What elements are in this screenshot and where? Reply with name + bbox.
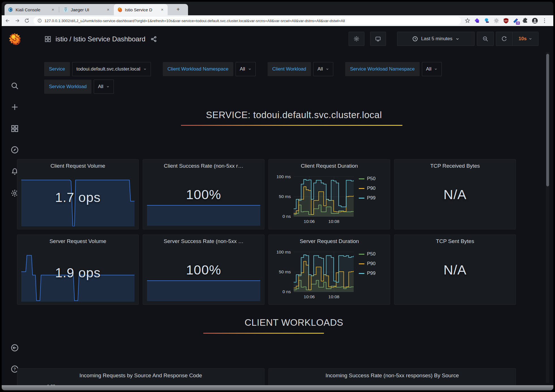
legend-item[interactable]: P99 [359, 195, 375, 201]
panel-title[interactable]: Client Request Volume [20, 163, 136, 169]
url-bar[interactable]: 127.0.0.1:3002/d/LJ_uJAvmk/istio-service… [33, 17, 461, 25]
panel-tcp-received-bytes[interactable]: TCP Received Bytes N/A [394, 159, 516, 229]
section-title-service: SERVICE: todoui.default.svc.cluster.loca… [45, 110, 543, 120]
bookmark-star-icon[interactable] [464, 18, 471, 24]
var-label-service-workload-namespace[interactable]: Service Workload Namespace [345, 62, 419, 76]
panel-client-request-volume[interactable]: Client Request Volume 1.7 ops [17, 159, 139, 229]
panel-server-request-duration[interactable]: Server Request Duration 100 ms 50 ms 0 n… [268, 235, 390, 305]
page-title[interactable]: istio / Istio Service Dashboard [56, 35, 145, 43]
tab-close-icon[interactable]: × [50, 7, 56, 12]
panel-title[interactable]: Server Request Duration [272, 238, 387, 244]
back-icon[interactable] [4, 17, 11, 24]
time-range-label: Last 5 minutes [421, 36, 452, 42]
legend-item[interactable]: P90 [359, 260, 375, 267]
browser-menu-icon[interactable] [541, 18, 548, 24]
section-underline [181, 125, 402, 126]
extensions-puzzle-icon[interactable] [522, 18, 528, 24]
extension-pen-icon[interactable]: 26 [513, 18, 519, 24]
template-variables: Service todoui.default.svc.cluster.local… [44, 62, 536, 97]
y-axis-tick: 0 ns [269, 289, 291, 294]
extension-diamond-icon[interactable] [474, 18, 480, 24]
panel-title[interactable]: Server Success Rate (non-5xx … [146, 238, 261, 244]
extension-face-icon[interactable] [484, 18, 490, 24]
time-range-picker[interactable]: Last 5 minutes [397, 32, 475, 46]
extension-badge: 26 [516, 22, 520, 25]
var-value-service[interactable]: todoui.default.svc.cluster.local [72, 62, 151, 76]
dashboard-settings-button[interactable] [349, 32, 364, 46]
panel-title[interactable]: TCP Sent Bytes [397, 238, 513, 244]
x-axis-tick: 10:08 [324, 294, 344, 299]
panel-server-success-rate[interactable]: Server Success Rate (non-5xx … 100% [143, 235, 264, 305]
stat-value: N/A [394, 187, 516, 202]
refresh-icon[interactable] [496, 32, 513, 46]
browser-toolbar: 127.0.0.1:3002/d/LJ_uJAvmk/istio-service… [2, 15, 553, 26]
panel-tcp-sent-bytes[interactable]: TCP Sent Bytes N/A [394, 235, 516, 305]
legend-item[interactable]: P99 [359, 270, 375, 277]
sign-in-icon[interactable] [10, 344, 19, 352]
create-plus-icon[interactable] [10, 103, 19, 111]
forward-icon[interactable] [14, 17, 21, 24]
chart-legend: P50 P90 P99 [359, 251, 375, 280]
tab-kiali-console[interactable]: Kiali Console × [5, 4, 58, 15]
x-axis-tick: 10:06 [299, 219, 319, 224]
stat-value: 100% [143, 262, 264, 278]
panel-title[interactable]: Client Success Rate (non-5xx r… [146, 163, 261, 169]
explore-compass-icon[interactable] [10, 146, 19, 154]
var-value-text: All [98, 80, 103, 93]
tab-jaeger-ui[interactable]: Jaeger UI × [60, 4, 114, 15]
dashboard-grid-icon[interactable] [44, 35, 52, 43]
tv-mode-button[interactable] [370, 32, 386, 46]
panel-client-success-rate[interactable]: Client Success Rate (non-5xx r… 100% [143, 159, 264, 229]
tab-strip: Kiali Console × Jaeger UI × [2, 2, 553, 15]
new-tab-button[interactable]: + [174, 6, 182, 13]
var-label-service[interactable]: Service [44, 62, 70, 76]
var-value-service-workload-namespace[interactable]: All [422, 62, 442, 76]
var-label-client-workload[interactable]: Client Workload [268, 62, 311, 76]
grafana-app: ? istio / Istio Service Dashboard Last 5… [2, 26, 553, 390]
panel-server-request-volume[interactable]: Server Request Volume 1.9 ops [17, 235, 139, 305]
var-label-service-workload[interactable]: Service Workload [44, 80, 91, 94]
legend-item[interactable]: P90 [359, 185, 375, 192]
dashboard-header: istio / Istio Service Dashboard Last 5 m… [29, 26, 553, 50]
scrollbar-thumb[interactable] [546, 54, 549, 186]
var-value-client-workload-namespace[interactable]: All [236, 62, 256, 76]
var-value-text: All [240, 62, 245, 76]
search-icon[interactable] [10, 82, 19, 90]
extension-gear-icon[interactable] [493, 18, 500, 24]
grafana-logo[interactable] [8, 32, 21, 45]
dashboards-icon[interactable] [10, 124, 19, 133]
page-scrollbar[interactable] [546, 52, 549, 383]
refresh-button-group[interactable]: 10s [496, 32, 539, 46]
tab-close-icon[interactable]: × [106, 7, 111, 12]
panel-title[interactable]: Server Request Volume [20, 238, 136, 244]
panel-title[interactable]: TCP Received Bytes [397, 163, 513, 169]
y-axis-tick: 50 ms [269, 194, 291, 199]
panel-title[interactable]: Client Request Duration [272, 163, 387, 169]
var-value-client-workload[interactable]: All [313, 62, 333, 76]
zoom-out-button[interactable] [477, 32, 494, 46]
browser-window: Kiali Console × Jaeger UI × [2, 2, 553, 390]
extension-ublock-icon[interactable]: UO [503, 18, 509, 24]
var-label-client-workload-namespace[interactable]: Client Workload Namespace [163, 62, 233, 76]
y-axis-tick: 50 ms [269, 269, 291, 274]
reload-icon[interactable] [23, 17, 31, 24]
var-value-service-workload[interactable]: All [94, 80, 114, 94]
tab-close-icon[interactable]: × [160, 7, 165, 12]
legend-item[interactable]: P50 [359, 251, 375, 257]
x-axis-tick: 10:08 [324, 219, 344, 224]
profile-avatar[interactable] [532, 18, 538, 24]
chevron-down-icon [106, 85, 110, 88]
refresh-interval-dropdown[interactable]: 10s [513, 36, 538, 42]
site-info-icon[interactable] [37, 18, 42, 23]
panel-client-request-duration[interactable]: Client Request Duration 100 ms 50 ms 0 n… [268, 159, 390, 229]
time-series-plot [294, 252, 354, 292]
panel-title[interactable]: Incoming Requests by Source And Response… [20, 372, 261, 379]
bottom-window-edge [2, 385, 553, 390]
panel-title[interactable]: Incoming Success Rate (non-5xx responses… [272, 372, 513, 379]
share-icon[interactable] [150, 36, 157, 42]
jaeger-favicon [63, 7, 68, 12]
x-axis-tick: 10:06 [299, 294, 319, 299]
legend-item[interactable]: P50 [359, 175, 375, 182]
tab-istio-service-dashboard[interactable]: Istio Service D × [114, 4, 168, 15]
chevron-down-icon [434, 67, 437, 71]
